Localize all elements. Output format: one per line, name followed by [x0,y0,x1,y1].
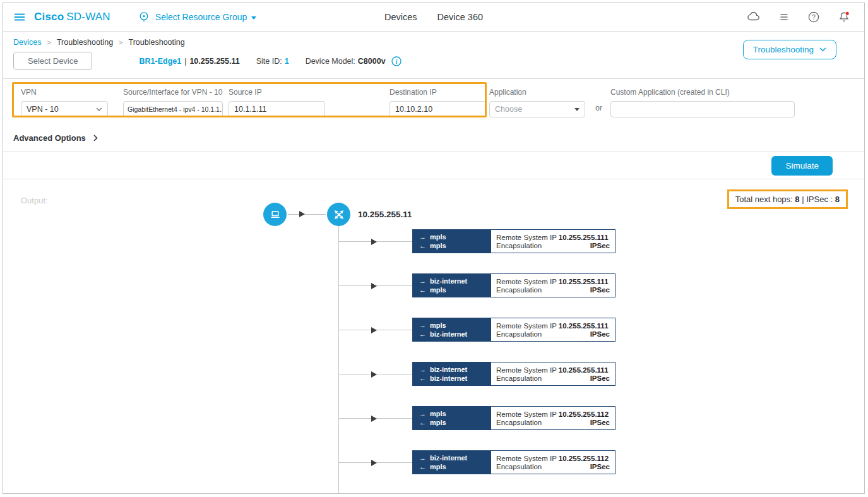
encapsulation-value: IPSec [590,330,610,338]
top-nav: Devices Device 360 [384,12,483,22]
branch-connector [338,418,412,419]
encapsulation-label: Encapsulation [496,242,542,249]
hamburger-menu-icon[interactable] [13,11,26,23]
remote-system-ip-label: Remote System IP [496,322,557,330]
hop-in-color: biz-internet [430,330,467,338]
custom-application-label: Custom Application (created in CLI) [610,88,795,97]
breadcrumb-separator: > [119,39,122,46]
vpn-value: VPN - 10 [27,105,59,114]
app-window: CiscoSD-WAN Select Resource Group Device… [3,3,865,494]
help-icon[interactable]: ? [807,10,821,24]
application-select[interactable]: Choose [489,101,585,117]
hop-colors: →biz-internet ←mpls [413,451,491,474]
hop-details: Remote System IP 10.255.255.112 Encapsul… [491,451,615,474]
dropdown-arrow-icon [574,108,580,111]
vpn-label: VPN [21,88,108,97]
arrowhead-icon [371,327,377,333]
next-hop-row: →biz-internet ←mpls Remote System IP 10.… [338,450,615,474]
out-arrow-icon: → [419,321,430,329]
in-arrow-icon: ← [419,374,430,382]
site-id-value: 1 [285,57,289,66]
branch-connector [338,330,412,330]
out-arrow-icon: → [419,233,430,241]
remote-system-ip-value: 10.255.255.111 [559,278,609,285]
arrowhead-icon [371,239,377,245]
remote-system-ip-value: 10.255.255.111 [559,322,609,330]
arrowhead-icon [371,416,377,422]
vpn-select[interactable]: VPN - 10 [21,101,108,117]
simulate-button[interactable]: Simulate [771,156,833,176]
troubleshooting-dropdown-label: Troubleshooting [753,45,814,54]
hop-out-color: biz-internet [430,277,467,285]
summary-separator: | [802,195,804,204]
breadcrumb-devices[interactable]: Devices [13,38,41,47]
hop-out-color: mpls [430,321,446,329]
site-id-label: Site ID: [256,57,282,66]
encapsulation-value: IPSec [590,374,610,382]
encapsulation-value: IPSec [590,242,610,249]
resource-group-selector[interactable]: Select Resource Group [137,10,257,24]
remote-system-ip-label: Remote System IP [496,278,557,285]
nav-tab-device360[interactable]: Device 360 [437,12,484,22]
hop-in-color: mpls [430,286,446,294]
encapsulation-value: IPSec [590,419,610,426]
breadcrumb-troubleshooting: Troubleshooting [57,38,113,47]
advanced-options-toggle[interactable]: Advanced Options [3,126,864,152]
device-row: Select Device BR1-Edge1 | 10.255.255.11 … [13,52,854,70]
in-arrow-icon: ← [419,286,430,294]
root-connector [288,214,326,215]
interface-label: Source/Interface for VPN - 10 [123,88,223,97]
application-placeholder: Choose [495,105,522,114]
top-bar-icons: ? [746,9,854,25]
encapsulation-value: IPSec [590,463,610,470]
destination-ip-input[interactable] [389,101,486,117]
in-arrow-icon: ← [419,419,430,426]
custom-application-field: Custom Application (created in CLI) [610,88,795,117]
breadcrumb-separator: > [47,39,51,46]
device-name-link[interactable]: BR1-Edge1 [139,57,181,66]
source-ip-field: Source IP [229,88,325,117]
remote-system-ip-value: 10.255.255.111 [559,366,609,374]
custom-application-input[interactable] [610,101,795,117]
device-ip: 10.255.255.11 [189,57,239,66]
sub-header: Devices > Troubleshooting > Troubleshoot… [3,32,864,79]
arrowhead-icon [371,460,377,466]
hop-colors: →mpls ←mpls [413,230,491,253]
laptop-icon [268,207,283,222]
source-ip-input[interactable] [229,101,325,117]
out-arrow-icon: → [419,410,430,417]
next-hop-card: →biz-internet ←mpls Remote System IP 10.… [412,273,615,297]
next-hop-card: →biz-internet ←biz-internet Remote Syste… [412,362,615,386]
hop-out-color: mpls [430,233,446,241]
encapsulation-label: Encapsulation [496,286,542,294]
out-arrow-icon: → [419,366,430,373]
arrowhead-icon [371,371,377,378]
hop-in-color: mpls [430,242,446,249]
hop-details: Remote System IP 10.255.255.111 Encapsul… [491,362,615,385]
total-next-hops-value: 8 [795,195,799,204]
select-device-button[interactable]: Select Device [13,52,92,70]
simulate-row: Simulate [3,152,864,179]
remote-system-ip-label: Remote System IP [496,455,557,462]
remote-system-ip-label: Remote System IP [496,366,557,374]
task-list-icon[interactable] [777,10,791,24]
router-icon [331,207,347,222]
troubleshooting-dropdown-button[interactable]: Troubleshooting [743,40,836,59]
cloud-icon[interactable] [746,9,761,25]
nav-tab-devices[interactable]: Devices [384,12,417,22]
interface-select[interactable]: GigabitEthernet4 - ipv4 - 10.1.1.11 [123,101,223,117]
next-hop-row: →mpls ←biz-internet Remote System IP 10.… [338,318,615,342]
interface-value: GigabitEthernet4 - ipv4 - 10.1.1.11 [128,105,223,113]
interface-field: Source/Interface for VPN - 10 GigabitEth… [123,88,223,117]
remote-system-ip-value: 10.255.255.112 [559,410,609,418]
hop-out-color: biz-internet [430,454,467,462]
hop-in-color: mpls [430,419,446,426]
branch-connector [338,462,412,463]
ipsec-label: IPSec : [806,195,833,204]
next-hop-row: →mpls ←mpls Remote System IP 10.255.255.… [338,229,615,253]
ipsec-value: 8 [835,195,840,204]
info-icon[interactable]: i [391,56,402,67]
out-arrow-icon: → [419,454,430,462]
notification-bell-icon[interactable] [836,9,852,25]
top-bar-left: CiscoSD-WAN Select Resource Group [13,10,256,24]
